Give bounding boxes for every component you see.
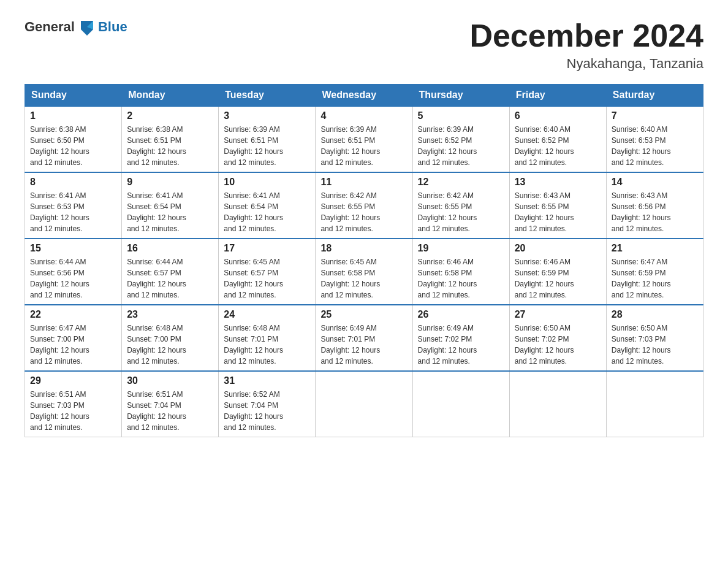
logo-text-blue: Blue [98, 19, 127, 35]
calendar-day-cell: 20Sunrise: 6:46 AMSunset: 6:59 PMDayligh… [509, 239, 606, 305]
calendar-day-cell: 15Sunrise: 6:44 AMSunset: 6:56 PMDayligh… [25, 239, 122, 305]
calendar-day-cell: 18Sunrise: 6:45 AMSunset: 6:58 PMDayligh… [316, 239, 412, 305]
day-info: Sunrise: 6:41 AMSunset: 6:53 PMDaylight:… [30, 190, 116, 234]
calendar-day-header: Friday [509, 85, 606, 107]
calendar-day-cell: 17Sunrise: 6:45 AMSunset: 6:57 PMDayligh… [219, 239, 316, 305]
calendar-day-header: Saturday [606, 85, 703, 107]
day-number: 27 [515, 309, 601, 320]
calendar-day-cell: 11Sunrise: 6:42 AMSunset: 6:55 PMDayligh… [316, 172, 412, 239]
day-info: Sunrise: 6:42 AMSunset: 6:55 PMDaylight:… [418, 190, 504, 234]
day-number: 20 [515, 243, 601, 254]
calendar-day-cell: 1Sunrise: 6:38 AMSunset: 6:50 PMDaylight… [25, 106, 122, 172]
calendar-week-row: 1Sunrise: 6:38 AMSunset: 6:50 PMDaylight… [25, 106, 703, 172]
day-info: Sunrise: 6:46 AMSunset: 6:58 PMDaylight:… [418, 256, 504, 301]
calendar-day-cell: 30Sunrise: 6:51 AMSunset: 7:04 PMDayligh… [122, 371, 219, 437]
calendar-day-cell: 5Sunrise: 6:39 AMSunset: 6:52 PMDaylight… [412, 106, 509, 172]
logo-icon [78, 18, 96, 36]
day-info: Sunrise: 6:40 AMSunset: 6:53 PMDaylight:… [612, 124, 698, 168]
calendar-day-cell: 29Sunrise: 6:51 AMSunset: 7:03 PMDayligh… [25, 371, 122, 437]
day-number: 13 [515, 177, 601, 188]
calendar-day-header: Tuesday [219, 85, 316, 107]
day-number: 22 [30, 309, 116, 320]
calendar-day-cell: 14Sunrise: 6:43 AMSunset: 6:56 PMDayligh… [606, 172, 703, 239]
day-info: Sunrise: 6:45 AMSunset: 6:58 PMDaylight:… [320, 256, 407, 301]
day-number: 9 [127, 177, 213, 188]
day-number: 11 [320, 177, 407, 188]
calendar-day-cell: 10Sunrise: 6:41 AMSunset: 6:54 PMDayligh… [219, 172, 316, 239]
day-number: 28 [612, 309, 698, 320]
day-number: 7 [612, 110, 698, 121]
day-info: Sunrise: 6:40 AMSunset: 6:52 PMDaylight:… [515, 124, 601, 168]
calendar-day-cell: 19Sunrise: 6:46 AMSunset: 6:58 PMDayligh… [412, 239, 509, 305]
day-number: 15 [30, 243, 116, 254]
day-info: Sunrise: 6:38 AMSunset: 6:50 PMDaylight:… [30, 124, 116, 168]
day-number: 26 [418, 309, 504, 320]
day-number: 12 [418, 177, 504, 188]
day-info: Sunrise: 6:43 AMSunset: 6:55 PMDaylight:… [515, 190, 601, 234]
day-info: Sunrise: 6:50 AMSunset: 7:03 PMDaylight:… [612, 323, 698, 367]
calendar-day-cell: 28Sunrise: 6:50 AMSunset: 7:03 PMDayligh… [606, 305, 703, 371]
calendar-day-cell: 22Sunrise: 6:47 AMSunset: 7:00 PMDayligh… [25, 305, 122, 371]
day-info: Sunrise: 6:39 AMSunset: 6:52 PMDaylight:… [418, 124, 504, 168]
day-number: 17 [224, 243, 310, 254]
page-header: General Blue December 2024 Nyakahanga, T… [25, 18, 703, 72]
day-number: 29 [30, 375, 116, 386]
calendar-header-row: SundayMondayTuesdayWednesdayThursdayFrid… [25, 85, 703, 107]
day-number: 16 [127, 243, 213, 254]
calendar-day-cell: 21Sunrise: 6:47 AMSunset: 6:59 PMDayligh… [606, 239, 703, 305]
day-number: 25 [320, 309, 407, 320]
day-number: 14 [612, 177, 698, 188]
calendar-day-cell [606, 371, 703, 437]
day-number: 1 [30, 110, 116, 121]
day-info: Sunrise: 6:48 AMSunset: 7:00 PMDaylight:… [127, 323, 213, 367]
calendar-day-cell: 16Sunrise: 6:44 AMSunset: 6:57 PMDayligh… [122, 239, 219, 305]
calendar-day-cell: 24Sunrise: 6:48 AMSunset: 7:01 PMDayligh… [219, 305, 316, 371]
calendar-day-header: Sunday [25, 85, 122, 107]
day-info: Sunrise: 6:52 AMSunset: 7:04 PMDaylight:… [224, 389, 310, 433]
day-info: Sunrise: 6:46 AMSunset: 6:59 PMDaylight:… [515, 256, 601, 301]
calendar-day-cell: 3Sunrise: 6:39 AMSunset: 6:51 PMDaylight… [219, 106, 316, 172]
calendar-day-cell: 26Sunrise: 6:49 AMSunset: 7:02 PMDayligh… [412, 305, 509, 371]
day-info: Sunrise: 6:51 AMSunset: 7:03 PMDaylight:… [30, 389, 116, 433]
day-info: Sunrise: 6:41 AMSunset: 6:54 PMDaylight:… [224, 190, 310, 234]
day-number: 8 [30, 177, 116, 188]
day-info: Sunrise: 6:39 AMSunset: 6:51 PMDaylight:… [320, 124, 407, 168]
calendar-day-header: Wednesday [316, 85, 412, 107]
day-info: Sunrise: 6:50 AMSunset: 7:02 PMDaylight:… [515, 323, 601, 367]
day-info: Sunrise: 6:49 AMSunset: 7:01 PMDaylight:… [320, 323, 407, 367]
day-number: 30 [127, 375, 213, 386]
title-block: December 2024 Nyakahanga, Tanzania [469, 18, 703, 72]
day-info: Sunrise: 6:42 AMSunset: 6:55 PMDaylight:… [320, 190, 407, 234]
day-number: 10 [224, 177, 310, 188]
calendar-day-cell: 6Sunrise: 6:40 AMSunset: 6:52 PMDaylight… [509, 106, 606, 172]
calendar-day-cell: 23Sunrise: 6:48 AMSunset: 7:00 PMDayligh… [122, 305, 219, 371]
day-number: 18 [320, 243, 407, 254]
calendar-day-cell [509, 371, 606, 437]
calendar-day-cell: 12Sunrise: 6:42 AMSunset: 6:55 PMDayligh… [412, 172, 509, 239]
calendar-week-row: 29Sunrise: 6:51 AMSunset: 7:03 PMDayligh… [25, 371, 703, 437]
day-number: 4 [320, 110, 407, 121]
calendar-day-cell: 25Sunrise: 6:49 AMSunset: 7:01 PMDayligh… [316, 305, 412, 371]
calendar-day-cell [316, 371, 412, 437]
day-info: Sunrise: 6:49 AMSunset: 7:02 PMDaylight:… [418, 323, 504, 367]
day-number: 2 [127, 110, 213, 121]
day-number: 31 [224, 375, 310, 386]
calendar-day-header: Thursday [412, 85, 509, 107]
day-number: 24 [224, 309, 310, 320]
day-info: Sunrise: 6:47 AMSunset: 7:00 PMDaylight:… [30, 323, 116, 367]
calendar-table: SundayMondayTuesdayWednesdayThursdayFrid… [25, 84, 703, 437]
calendar-week-row: 8Sunrise: 6:41 AMSunset: 6:53 PMDaylight… [25, 172, 703, 239]
calendar-day-cell: 27Sunrise: 6:50 AMSunset: 7:02 PMDayligh… [509, 305, 606, 371]
location-subtitle: Nyakahanga, Tanzania [469, 56, 703, 72]
page-title: December 2024 [469, 18, 703, 53]
calendar-day-cell: 31Sunrise: 6:52 AMSunset: 7:04 PMDayligh… [219, 371, 316, 437]
logo: General Blue [25, 18, 127, 36]
day-info: Sunrise: 6:38 AMSunset: 6:51 PMDaylight:… [127, 124, 213, 168]
day-info: Sunrise: 6:45 AMSunset: 6:57 PMDaylight:… [224, 256, 310, 301]
calendar-day-cell: 13Sunrise: 6:43 AMSunset: 6:55 PMDayligh… [509, 172, 606, 239]
day-number: 19 [418, 243, 504, 254]
day-info: Sunrise: 6:51 AMSunset: 7:04 PMDaylight:… [127, 389, 213, 433]
calendar-day-cell: 7Sunrise: 6:40 AMSunset: 6:53 PMDaylight… [606, 106, 703, 172]
calendar-day-header: Monday [122, 85, 219, 107]
day-info: Sunrise: 6:39 AMSunset: 6:51 PMDaylight:… [224, 124, 310, 168]
